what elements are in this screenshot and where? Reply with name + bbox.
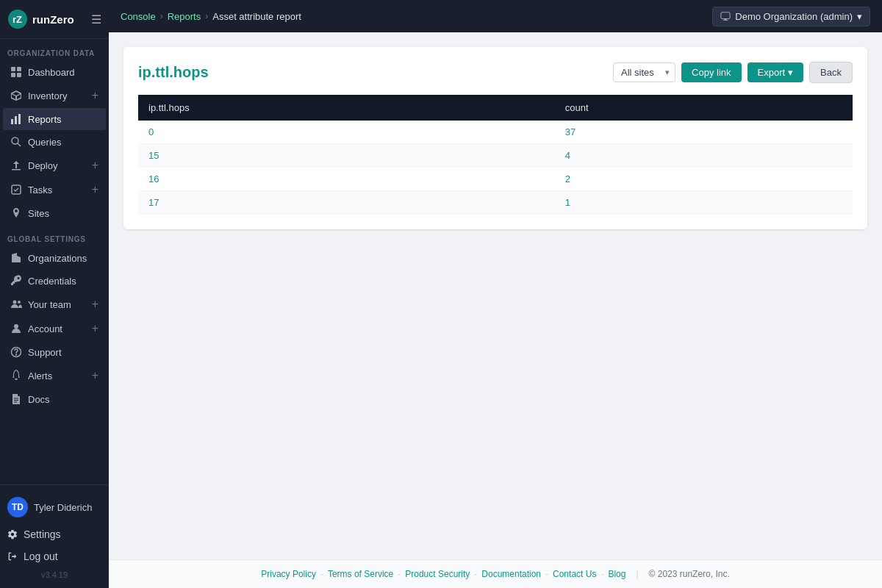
grid-icon [10,66,22,78]
svg-text:rZ: rZ [12,14,22,25]
account-plus-icon[interactable]: + [92,322,98,335]
row-key: 17 [138,191,555,215]
bar-chart-icon [10,113,22,125]
bell-icon [10,370,22,381]
table-row: 162 [138,168,853,191]
site-selector[interactable]: All sites [613,62,675,82]
table-header: ip.ttl.hops count [138,95,853,121]
runzero-logo-icon: rZ [7,9,28,29]
row-key: 16 [138,168,555,191]
svg-rect-23 [723,20,728,21]
report-header: ip.ttl.hops All sites Copy link Export ▾… [138,62,853,83]
report-controls: All sites Copy link Export ▾ Back [613,62,853,83]
avatar: TD [7,497,28,517]
footer-privacy-policy[interactable]: Privacy Policy [261,569,316,579]
row-key-link[interactable]: 17 [148,197,159,208]
svg-line-10 [18,143,21,146]
svg-rect-4 [11,73,15,77]
table-row: 171 [138,191,853,215]
sidebar-item-support[interactable]: Support [3,341,106,363]
map-pin-icon [10,207,22,219]
building-icon [10,252,22,264]
report-title: ip.ttl.hops [138,64,209,81]
main-area: Console › Reports › Asset attribute repo… [109,0,882,588]
sidebar-item-your-team[interactable]: Your team + [3,293,106,316]
footer-product-security[interactable]: Product Security [405,569,470,579]
report-card: ip.ttl.hops All sites Copy link Export ▾… [123,47,867,229]
row-count: 37 [555,121,853,144]
content-area: ip.ttl.hops All sites Copy link Export ▾… [109,32,882,559]
table-body: 037154162171 [138,121,853,215]
org-selector[interactable]: Demo Organization (admin) ▾ [712,7,870,26]
col-header-key: ip.ttl.hops [138,95,555,121]
search-icon [10,136,22,148]
sidebar-item-dashboard[interactable]: Dashboard [3,61,106,83]
back-button[interactable]: Back [809,62,853,83]
org-section: ORGANIZATION DATA Dashboard Inventory + … [0,39,109,225]
sidebar-item-label-queries: Queries [28,137,62,148]
footer-copyright: © 2023 runZero, Inc. [649,569,730,579]
sidebar-item-label-your-team: Your team [28,299,71,310]
deploy-plus-icon[interactable]: + [92,159,98,172]
footer-contact-us[interactable]: Contact Us [553,569,596,579]
footer-terms-of-service[interactable]: Terms of Service [328,569,393,579]
box-icon [10,90,22,101]
svg-point-15 [14,324,18,329]
sidebar-item-tasks[interactable]: Tasks + [3,178,106,201]
sidebar-item-docs[interactable]: Docs [3,388,106,410]
row-count-link[interactable]: 4 [565,150,570,161]
breadcrumb-console[interactable]: Console [121,11,156,22]
copy-link-button[interactable]: Copy link [681,62,741,82]
sidebar-item-label-account: Account [28,323,62,334]
sidebar-item-label-settings: Settings [24,528,61,540]
sidebar-item-settings[interactable]: Settings [0,523,109,545]
site-selector-wrap: All sites [613,62,675,82]
sidebar-item-alerts[interactable]: Alerts + [3,364,106,387]
col-header-count: count [555,95,853,121]
alerts-plus-icon[interactable]: + [92,369,98,382]
row-count-link[interactable]: 2 [565,173,570,184]
org-section-label: ORGANIZATION DATA [0,39,109,60]
sidebar: rZ runZero ☰ ORGANIZATION DATA Dashboard… [0,0,109,588]
logo[interactable]: rZ runZero [7,9,74,29]
sidebar-item-queries[interactable]: Queries [3,131,106,153]
row-key: 0 [138,121,555,144]
breadcrumb-reports[interactable]: Reports [168,11,201,22]
inventory-plus-icon[interactable]: + [92,89,98,102]
row-count-link[interactable]: 1 [565,197,570,208]
row-count: 2 [555,168,853,191]
user-row[interactable]: TD Tyler Diderich [0,491,109,523]
sidebar-item-inventory[interactable]: Inventory + [3,84,106,107]
sidebar-item-organizations[interactable]: Organizations [3,247,106,269]
row-key-link[interactable]: 15 [148,150,159,161]
sidebar-item-reports[interactable]: Reports [3,108,106,130]
row-key-link[interactable]: 0 [148,126,154,137]
your-team-plus-icon[interactable]: + [92,298,98,311]
logo-text: runZero [32,13,74,26]
version-label: v3.4.19 [0,567,109,582]
menu-icon[interactable]: ☰ [91,12,101,26]
footer-documentation[interactable]: Documentation [481,569,541,579]
sidebar-item-credentials[interactable]: Credentials [3,270,106,292]
sidebar-item-deploy[interactable]: Deploy + [3,154,106,177]
tasks-plus-icon[interactable]: + [92,183,98,196]
svg-point-14 [18,301,21,304]
sidebar-item-sites[interactable]: Sites [3,202,106,224]
svg-point-9 [12,137,18,144]
sidebar-item-account[interactable]: Account + [3,317,106,340]
breadcrumb-sep-1: › [160,11,163,21]
export-button[interactable]: Export ▾ [747,62,804,82]
svg-rect-6 [11,119,13,124]
footer-blog[interactable]: Blog [608,569,625,579]
table-row: 037 [138,121,853,144]
row-key: 15 [138,144,555,168]
row-key-link[interactable]: 16 [148,173,159,184]
global-section: GLOBAL SETTINGS Organizations Credential… [0,225,109,411]
svg-point-13 [13,301,17,304]
row-count-link[interactable]: 37 [565,126,576,137]
sidebar-item-label-support: Support [28,347,62,358]
global-section-label: GLOBAL SETTINGS [0,225,109,246]
sidebar-item-label-inventory: Inventory [28,90,67,101]
svg-rect-3 [17,67,21,71]
sidebar-item-log-out[interactable]: Log out [0,545,109,567]
